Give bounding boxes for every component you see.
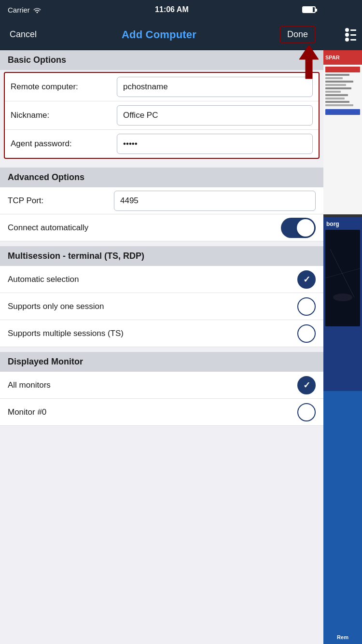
one-session-radio[interactable] [297, 297, 316, 316]
arrow-annotation [292, 42, 326, 83]
all-monitors-radio[interactable] [297, 376, 316, 394]
spar-label: SPAR [325, 55, 340, 60]
cancel-button[interactable]: Cancel [8, 26, 39, 43]
advanced-options-header: Advanced Options [0, 168, 323, 187]
time-display: 11:06 AM [155, 5, 189, 14]
one-session-row: Supports only one session [0, 293, 323, 320]
svg-rect-0 [325, 230, 360, 326]
auto-selection-row: Automatic selection [0, 266, 323, 293]
svg-marker-4 [299, 45, 319, 79]
monitor-0-label: Monitor #0 [8, 407, 297, 417]
one-session-label: Supports only one session [8, 302, 297, 311]
list-icon[interactable] [343, 26, 358, 43]
displayed-monitor-section: All monitors Monitor #0 [0, 372, 323, 426]
sidebar-thumbnail-spar[interactable]: SPAR [323, 50, 362, 214]
sidebar-status [323, 0, 362, 19]
multisession-section: Automatic selection Supports only one se… [0, 266, 323, 347]
gap-1 [0, 163, 323, 168]
battery-icon [302, 6, 316, 13]
agent-password-row: Agent password: [5, 130, 319, 158]
nickname-input[interactable] [117, 105, 313, 126]
remote-computer-row: Remote computer: [5, 73, 319, 101]
auto-selection-label: Automatic selection [8, 275, 297, 284]
sidebar-nav [323, 19, 362, 50]
remote-computer-input[interactable] [117, 77, 313, 97]
connect-auto-row: Connect automatically [0, 214, 323, 241]
svg-point-2 [333, 294, 352, 301]
borg-label: borg [326, 221, 339, 227]
tcp-port-row: TCP Port: [0, 187, 323, 214]
bottom-spacer [0, 426, 323, 464]
basic-options-inputs: Remote computer: Nickname: Agent passwor… [4, 72, 320, 159]
status-bar: Carrier 11:06 AM [0, 0, 323, 19]
monitor-0-radio[interactable] [297, 403, 316, 421]
all-monitors-label: All monitors [8, 380, 297, 390]
rem-label: Rem [337, 634, 348, 640]
page-title: Add Computer [122, 28, 196, 41]
borg-image [325, 230, 360, 326]
basic-options-header: Basic Options [0, 50, 323, 70]
sidebar-thumbnail-borg[interactable]: borg [323, 217, 362, 391]
nav-bar: Cancel Add Computer Done [0, 19, 323, 50]
multi-session-label: Supports multiple sessions (TS) [8, 329, 297, 338]
nickname-row: Nickname: [5, 101, 319, 130]
content-area: Basic Options Remote computer: Nickname:… [0, 50, 323, 644]
advanced-options-section: TCP Port: Connect automatically [0, 187, 323, 241]
gap-2 [0, 241, 323, 246]
agent-password-input[interactable] [117, 134, 313, 154]
wifi-icon [33, 6, 42, 13]
tcp-port-input[interactable] [114, 191, 316, 211]
carrier-wifi: Carrier [8, 6, 42, 14]
sidebar-bottom: Rem [323, 391, 362, 644]
monitor-0-row: Monitor #0 [0, 399, 323, 426]
arrow-svg [292, 42, 326, 81]
multi-session-radio[interactable] [297, 324, 316, 343]
gap-3 [0, 347, 323, 352]
remote-computer-label: Remote computer: [11, 82, 117, 92]
auto-selection-radio[interactable] [297, 270, 316, 289]
carrier-label: Carrier [8, 6, 30, 14]
tcp-port-label: TCP Port: [8, 196, 114, 206]
multisession-header: Multisession - terminal (TS, RDP) [0, 246, 323, 266]
all-monitors-row: All monitors [0, 372, 323, 399]
right-sidebar: SPAR borg [323, 0, 362, 644]
connect-auto-label: Connect automatically [8, 223, 114, 233]
displayed-monitor-header: Displayed Monitor [0, 352, 323, 372]
toggle-knob [297, 219, 314, 237]
done-button[interactable]: Done [279, 26, 316, 43]
multi-session-row: Supports multiple sessions (TS) [0, 320, 323, 347]
connect-auto-toggle[interactable] [281, 218, 316, 238]
nickname-label: Nickname: [11, 111, 117, 120]
agent-password-label: Agent password: [11, 139, 117, 149]
